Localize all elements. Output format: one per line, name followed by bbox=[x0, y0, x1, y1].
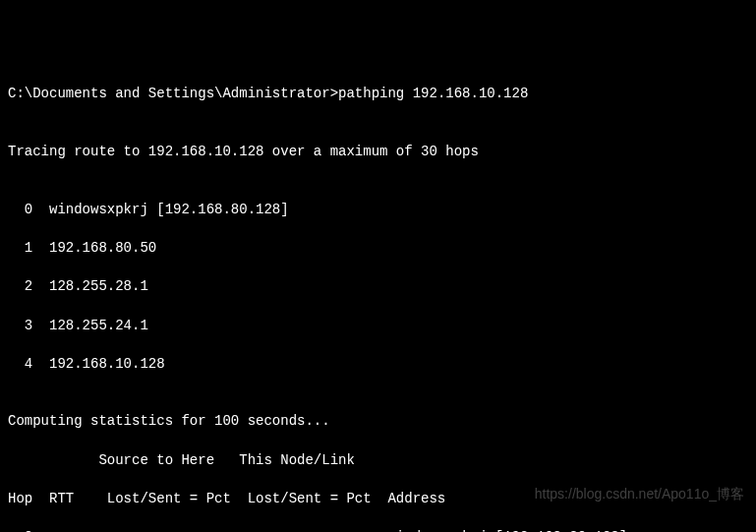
column-header-1: Source to Here This Node/Link bbox=[8, 451, 748, 471]
column-header-2: Hop RTT Lost/Sent = Pct Lost/Sent = Pct … bbox=[8, 490, 748, 509]
route-hop-0: 0 windowsxpkrj [192.168.80.128] bbox=[8, 201, 748, 220]
route-hop-4: 4 192.168.10.128 bbox=[8, 355, 748, 375]
tracing-header: Tracing route to 192.168.10.128 over a m… bbox=[8, 143, 748, 162]
stats-row: 0 windowsxpkrj [192.168.80.128] bbox=[8, 528, 748, 532]
route-hop-3: 3 128.255.24.1 bbox=[8, 317, 748, 336]
command-line[interactable]: C:\Documents and Settings\Administrator>… bbox=[8, 85, 748, 104]
route-hop-2: 2 128.255.28.1 bbox=[8, 277, 748, 297]
computing-header: Computing statistics for 100 seconds... bbox=[8, 412, 748, 432]
prompt-text: C:\Documents and Settings\Administrator> bbox=[8, 86, 338, 101]
route-hop-1: 1 192.168.80.50 bbox=[8, 239, 748, 259]
command-text: pathping 192.168.10.128 bbox=[338, 86, 528, 101]
